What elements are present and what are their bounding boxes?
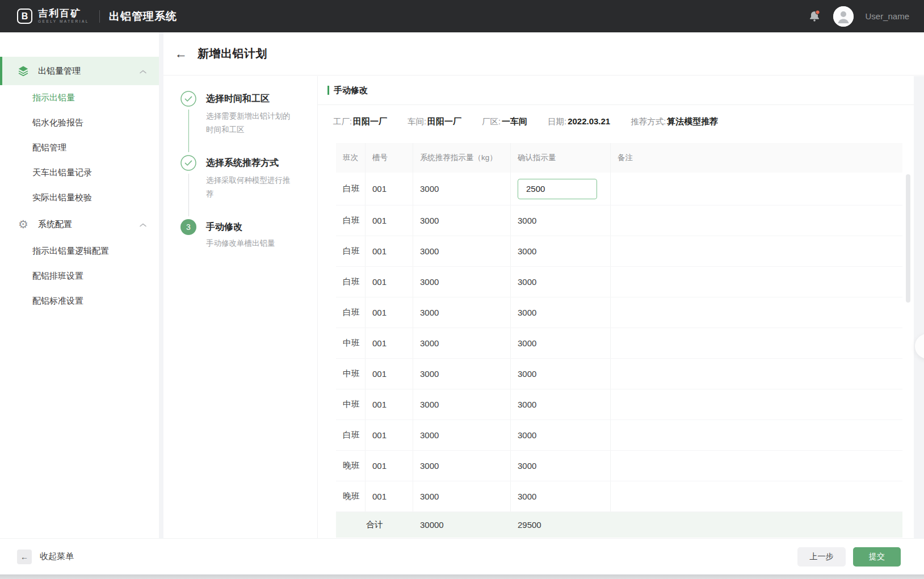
sidebar-group-system-config[interactable]: ⚙ 系统配置 (0, 210, 159, 238)
card-right-gap (914, 76, 924, 538)
sidebar-item[interactable]: 实际出铝量校验 (0, 185, 159, 210)
cell-remark[interactable] (611, 389, 902, 419)
table-row: 白班00130003000 (336, 236, 902, 267)
sidebar-item[interactable]: 配铝排班设置 (0, 263, 159, 288)
submit-button[interactable]: 提交 (853, 547, 901, 567)
table-row: 白班00130003000 (336, 205, 902, 236)
brand-logo-icon: B (17, 9, 32, 24)
cell-remark[interactable] (611, 173, 902, 205)
sidebar-group-label: 系统配置 (38, 219, 72, 230)
check-circle-icon (180, 155, 196, 171)
sidebar-item[interactable]: 配铝管理 (0, 135, 159, 160)
brand-name: 吉利百矿 (38, 9, 89, 18)
cell-confirmed[interactable]: 3000 (511, 420, 611, 450)
step-desc: 选择采取何种模型进行推荐 (206, 174, 292, 200)
cell-slot: 001 (366, 481, 413, 511)
main-card: 选择时间和工区 选择需要新增出铝计划的时间和工区 选择系统推荐方式 选择采取何种… (163, 76, 914, 538)
sidebar-item[interactable]: 指示出铝量 (0, 85, 159, 110)
step-title: 手动修改 (206, 221, 292, 233)
section-header: 手动修改 (318, 76, 914, 105)
sidebar-item[interactable]: 天车出铝量记录 (0, 160, 159, 185)
table-row: 中班00130003000 (336, 389, 902, 420)
sidebar-group-items: 指示出铝量逻辑配置配铝排班设置配铝标准设置 (0, 238, 159, 313)
cell-remark[interactable] (611, 267, 902, 297)
cell-recommended: 3000 (413, 173, 511, 205)
cell-remark[interactable] (611, 359, 902, 389)
cell-recommended: 3000 (413, 451, 511, 481)
collapse-menu-label[interactable]: 收起菜单 (40, 551, 74, 562)
app-title: 出铝管理系统 (109, 9, 177, 24)
cell-confirmed[interactable]: 3000 (511, 297, 611, 328)
col-shift: 班次 (336, 143, 366, 173)
cell-confirmed[interactable]: 3000 (511, 328, 611, 358)
step-title: 选择系统推荐方式 (206, 157, 292, 169)
sidebar-item[interactable]: 铝水化验报告 (0, 110, 159, 135)
cell-confirmed[interactable]: 3000 (511, 481, 611, 511)
cell-slot: 001 (366, 236, 413, 266)
cell-remark[interactable] (611, 297, 902, 328)
cell-remark[interactable] (611, 420, 902, 450)
chevron-up-icon[interactable] (140, 219, 146, 229)
user-avatar[interactable] (833, 6, 854, 27)
sidebar: 出铝量管理 指示出铝量铝水化验报告配铝管理天车出铝量记录实际出铝量校验 ⚙ 系统… (0, 32, 159, 538)
cell-confirmed[interactable]: 3000 (511, 236, 611, 266)
cell-confirmed[interactable]: 3000 (511, 205, 611, 236)
sidebar-group-items: 指示出铝量铝水化验报告配铝管理天车出铝量记录实际出铝量校验 (0, 85, 159, 210)
sidebar-item[interactable]: 指示出铝量逻辑配置 (0, 238, 159, 263)
notification-bell-icon[interactable] (807, 9, 822, 24)
section-accent-bar (327, 86, 329, 95)
cell-recommended: 3000 (413, 359, 511, 389)
step-title: 选择时间和工区 (206, 93, 292, 105)
app-window: B 吉利百矿 GEELY MATERIAL 出铝管理系统 (0, 0, 924, 579)
bottom-bar: ← 收起菜单 上一步 提交 (0, 538, 924, 574)
sidebar-group-label: 出铝量管理 (38, 66, 81, 77)
cell-confirmed[interactable]: 3000 (511, 359, 611, 389)
manual-edit-panel: 手动修改 工厂:田阳一厂 车间:田阳一厂 厂区:一车间 日期:2022.03.2… (318, 76, 914, 538)
username[interactable]: User_name (865, 11, 909, 21)
cell-remark[interactable] (611, 328, 902, 358)
cell-recommended: 3000 (413, 389, 511, 419)
total-remark (611, 512, 902, 538)
back-arrow-icon[interactable]: ← (171, 45, 191, 62)
gear-icon: ⚙ (17, 219, 30, 230)
collapse-menu-arrow-icon[interactable]: ← (17, 549, 32, 564)
sidebar-item[interactable]: 配铝标准设置 (0, 288, 159, 313)
prev-step-button[interactable]: 上一步 (797, 547, 846, 567)
cell-remark[interactable] (611, 481, 902, 511)
cell-shift: 晚班 (336, 451, 366, 481)
cell-recommended: 3000 (413, 236, 511, 266)
info-recommend-mode: 推荐方式:算法模型推荐 (631, 116, 718, 127)
cell-shift: 中班 (336, 389, 366, 419)
cell-slot: 001 (366, 328, 413, 358)
sidebar-group-aluminum-output[interactable]: 出铝量管理 (0, 57, 159, 85)
cell-shift: 白班 (336, 236, 366, 266)
page-header: ← 新增出铝计划 (163, 32, 924, 75)
cell-confirmed[interactable] (511, 173, 611, 205)
steps-panel: 选择时间和工区 选择需要新增出铝计划的时间和工区 选择系统推荐方式 选择采取何种… (163, 76, 318, 538)
table-row: 白班00130003000 (336, 297, 902, 328)
confirm-quantity-input[interactable] (518, 179, 597, 199)
cell-slot: 001 (366, 359, 413, 389)
cell-confirmed[interactable]: 3000 (511, 267, 611, 297)
chevron-up-icon[interactable] (140, 66, 146, 76)
table-scrollbar[interactable] (906, 174, 910, 303)
cell-confirmed[interactable]: 3000 (511, 451, 611, 481)
step-3: 3 手动修改 手动修改单槽出铝量 (180, 219, 306, 250)
step-2: 选择系统推荐方式 选择采取何种模型进行推荐 (180, 155, 306, 219)
cell-remark[interactable] (611, 236, 902, 266)
table-body: 白班0013000白班00130003000白班00130003000白班001… (336, 173, 902, 512)
step-desc: 手动修改单槽出铝量 (206, 237, 292, 250)
total-recommended: 30000 (413, 512, 511, 538)
bottom-edge-strip (0, 574, 924, 579)
topbar: B 吉利百矿 GEELY MATERIAL 出铝管理系统 (0, 0, 924, 32)
cell-confirmed[interactable]: 3000 (511, 389, 611, 419)
cell-slot: 001 (366, 205, 413, 236)
cell-remark[interactable] (611, 451, 902, 481)
cell-remark[interactable] (611, 205, 902, 236)
table-row: 晚班00130003000 (336, 481, 902, 512)
brand-block: 吉利百矿 GEELY MATERIAL (38, 9, 89, 24)
page-title: 新增出铝计划 (198, 46, 267, 61)
cell-slot: 001 (366, 389, 413, 419)
col-confirmed: 确认指示量 (511, 143, 611, 173)
cell-recommended: 3000 (413, 481, 511, 511)
